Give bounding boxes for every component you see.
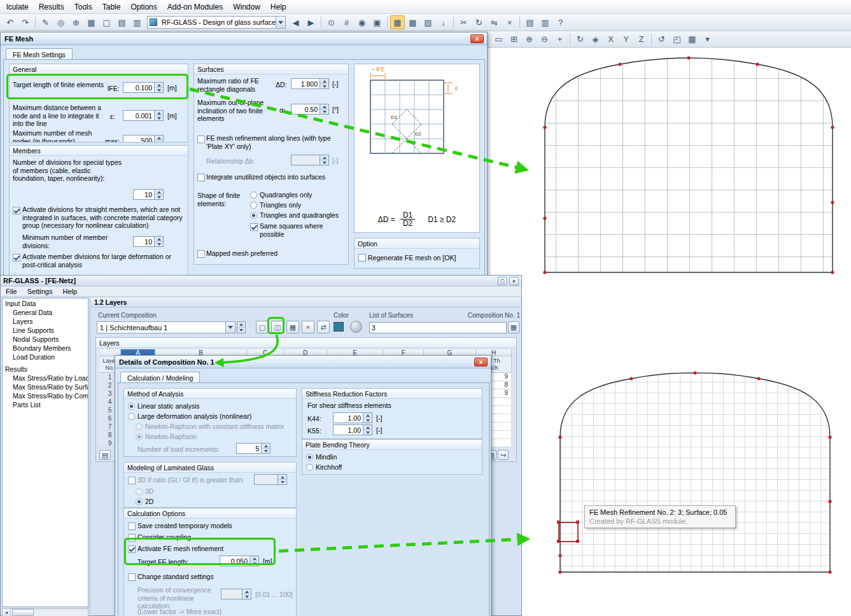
previous-view-icon[interactable]: ↺ bbox=[654, 32, 669, 46]
find-icon[interactable]: ◎ bbox=[53, 15, 68, 29]
module-selector[interactable]: RF-GLASS - Design of glass surfaces bbox=[147, 16, 286, 29]
visibility-icon[interactable]: ◉ bbox=[355, 15, 369, 29]
precision-spinner[interactable] bbox=[243, 589, 251, 599]
snapshot-icon[interactable]: ▣ bbox=[370, 15, 384, 29]
render-mode-icon[interactable]: ⊙ bbox=[324, 15, 339, 29]
divisions-input[interactable]: 10 bbox=[133, 189, 155, 200]
shape-quadrangles-radio[interactable] bbox=[250, 192, 257, 199]
pan-icon[interactable]: + bbox=[552, 32, 567, 46]
increments-input[interactable]: 5 bbox=[236, 443, 262, 454]
max-nodes-spinner[interactable] bbox=[155, 135, 164, 142]
menu-options[interactable]: Options bbox=[125, 1, 162, 13]
activate-divisions-checkbox[interactable] bbox=[13, 207, 20, 214]
mirror-icon[interactable]: ⇋ bbox=[487, 15, 502, 29]
mindlin-radio[interactable] bbox=[306, 454, 313, 461]
tree-item-max-stress-loading[interactable]: Max Stress/Ratio by Loading bbox=[3, 374, 88, 382]
option-3d-radio[interactable] bbox=[136, 488, 143, 495]
tree-item-nodal-supports[interactable]: Nodal Supports bbox=[3, 335, 88, 344]
view-y-icon[interactable]: Y bbox=[619, 32, 633, 46]
menu-table[interactable]: Table bbox=[97, 1, 126, 13]
max-distance-spinner[interactable] bbox=[155, 110, 164, 121]
k55-spinner[interactable] bbox=[363, 424, 372, 435]
help-icon[interactable]: ? bbox=[553, 15, 568, 29]
large-deformation-radio[interactable] bbox=[128, 413, 135, 420]
k44-input[interactable]: 1.00 bbox=[333, 412, 363, 423]
divisions-spinner[interactable] bbox=[155, 189, 164, 200]
menu-settings[interactable]: Settings bbox=[22, 287, 58, 296]
tree-item-max-stress-composition[interactable]: Max Stress/Ratio by Compositi bbox=[3, 391, 88, 400]
scrollbar-thumb[interactable] bbox=[12, 609, 34, 616]
details-dialog-titlebar[interactable]: Details of Composition No. 1 bbox=[115, 356, 491, 368]
tree-item-line-supports[interactable]: Line Supports bbox=[3, 326, 88, 335]
chevron-down-icon[interactable] bbox=[225, 322, 235, 333]
view-z-icon[interactable]: Z bbox=[634, 32, 649, 46]
kirchhoff-radio[interactable] bbox=[306, 464, 313, 471]
tree-item-general-data[interactable]: General Data bbox=[3, 308, 88, 317]
zoom-icon[interactable]: ⊕ bbox=[69, 15, 83, 29]
target-fe-length-input[interactable]: 0.050 bbox=[220, 556, 250, 566]
close-icon[interactable]: × bbox=[474, 358, 488, 367]
newton-raphson-radio[interactable] bbox=[136, 433, 143, 440]
new-window-icon[interactable]: ▢ bbox=[99, 15, 114, 29]
large-deformation-checkbox[interactable] bbox=[13, 254, 20, 262]
loads-icon[interactable]: ↓ bbox=[436, 15, 451, 29]
regenerate-checkbox[interactable] bbox=[358, 254, 366, 262]
shape-triangles-quadrangles-radio[interactable] bbox=[250, 212, 257, 219]
rendering-sphere-button[interactable] bbox=[350, 321, 362, 333]
max-distance-input[interactable]: 0.001 bbox=[123, 110, 155, 121]
integrate-checkbox[interactable] bbox=[197, 174, 205, 181]
next-icon[interactable]: ▶ bbox=[304, 15, 318, 29]
tree-item-layers[interactable]: Layers bbox=[3, 317, 88, 326]
maximize-icon[interactable]: □ bbox=[498, 277, 507, 285]
cut-icon[interactable]: ✂ bbox=[456, 15, 471, 29]
delete-composition-button[interactable]: × bbox=[302, 321, 314, 333]
tree-root-input-data[interactable]: Input Data bbox=[3, 298, 88, 308]
table-settings-icon[interactable]: ▥ bbox=[130, 15, 144, 29]
zoom-window-icon[interactable]: ⊞ bbox=[507, 32, 521, 46]
option-2d-radio[interactable] bbox=[136, 498, 143, 505]
inclination-input[interactable]: 0.50 bbox=[291, 104, 320, 115]
target-fe-length-spinner[interactable] bbox=[250, 556, 259, 566]
tree-horizontal-scrollbar[interactable]: ◄ bbox=[2, 608, 88, 616]
composition-selector[interactable]: 1 | Schichtenaufbau 1 bbox=[97, 321, 236, 333]
same-squares-checkbox[interactable] bbox=[250, 223, 258, 231]
k44-spinner[interactable] bbox=[363, 412, 372, 423]
delete-icon[interactable]: × bbox=[502, 15, 517, 29]
menu-help[interactable]: Help bbox=[265, 1, 292, 13]
numbering-icon[interactable]: # bbox=[339, 15, 354, 29]
linear-static-radio[interactable] bbox=[128, 403, 135, 410]
precision-input[interactable] bbox=[221, 589, 243, 599]
target-length-input[interactable]: 0.100 bbox=[123, 82, 155, 93]
ratio-3d-checkbox[interactable] bbox=[128, 477, 136, 484]
shape-triangles-radio[interactable] bbox=[250, 202, 257, 209]
ratio-3d-input[interactable] bbox=[254, 474, 278, 485]
max-ratio-spinner[interactable] bbox=[320, 78, 329, 89]
fe-mesh-icon[interactable]: ▦ bbox=[390, 15, 405, 29]
tree-item-max-stress-surface[interactable]: Max Stress/Ratio by Surface bbox=[3, 382, 88, 391]
previous-icon[interactable]: ◀ bbox=[288, 15, 303, 29]
target-length-spinner[interactable] bbox=[155, 82, 164, 93]
zoom-out-icon[interactable]: ⊖ bbox=[537, 32, 552, 46]
menu-addon-modules[interactable]: Add-on Modules bbox=[162, 1, 228, 13]
zoom-in-icon[interactable]: ⊕ bbox=[522, 32, 537, 46]
scroll-left-icon[interactable]: ◄ bbox=[3, 609, 11, 616]
display-options-icon[interactable]: ▾ bbox=[700, 32, 715, 46]
menu-help[interactable]: Help bbox=[57, 287, 82, 296]
undo-icon[interactable]: ↶ bbox=[3, 15, 17, 29]
new-composition-button[interactable]: ▢ bbox=[256, 321, 269, 333]
mesh-refinement-icon[interactable]: ▩ bbox=[405, 15, 420, 29]
renumber-composition-button[interactable]: ⇄ bbox=[317, 321, 330, 333]
windows-icon[interactable]: ▦ bbox=[685, 32, 700, 46]
tree-root-results[interactable]: Results bbox=[3, 364, 88, 374]
composition-details-button[interactable]: ◫ bbox=[271, 321, 284, 333]
full-view-icon[interactable]: ◰ bbox=[670, 32, 684, 46]
select-icon[interactable]: ▭ bbox=[491, 32, 506, 46]
menu-results[interactable]: Results bbox=[34, 1, 69, 13]
composition-color-swatch[interactable] bbox=[334, 322, 344, 332]
copy-composition-button[interactable]: ▦ bbox=[286, 321, 299, 333]
report-icon[interactable]: ▤ bbox=[523, 15, 537, 29]
menu-tools[interactable]: Tools bbox=[69, 1, 97, 13]
pick-surfaces-button[interactable]: ▦ bbox=[508, 321, 519, 333]
max-nodes-input[interactable]: 500 bbox=[123, 135, 155, 142]
isometric-view-icon[interactable]: ◈ bbox=[588, 32, 603, 46]
